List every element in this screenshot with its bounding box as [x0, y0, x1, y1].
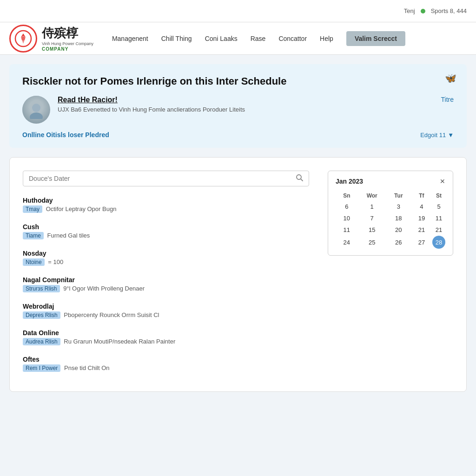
profile-titre[interactable]: Titre: [426, 96, 454, 103]
calendar-day[interactable]: 27: [411, 236, 432, 249]
list-item-tag[interactable]: Tmay: [23, 205, 42, 213]
status-dot: [421, 9, 425, 13]
calendar-day-header: Sn: [336, 191, 358, 201]
calendar-day[interactable]: 19: [411, 212, 432, 224]
calendar-day[interactable]: 26: [386, 236, 411, 249]
list-item-tag[interactable]: Tiame: [23, 232, 44, 239]
calendar-day[interactable]: 25: [358, 236, 386, 249]
list-item-tag[interactable]: Depres Rlish: [23, 311, 60, 319]
nav-rase[interactable]: Rase: [251, 35, 266, 42]
list-item-desc: Audrea Rlish Ru Grarun MoutiP/nsedeak Ra…: [23, 338, 309, 345]
info-title: Risckler not for Pomes Irlenrige on this…: [22, 75, 454, 87]
valim-button[interactable]: Valim Screcct: [346, 31, 405, 46]
list-item-text: Pnse tid Chilt On: [64, 364, 110, 371]
calendar-day[interactable]: 3: [386, 201, 411, 212]
top-bar-status: Sports 8, 444: [431, 7, 467, 14]
calendar-day[interactable]: 11: [336, 224, 358, 236]
calendar-day[interactable]: 15: [358, 224, 386, 236]
profile-desc: UJX Ba6 Evenetted to Vinh Hung Fomle anc…: [58, 106, 418, 113]
calendar-day[interactable]: 6: [336, 201, 358, 212]
calendar-day-header: St: [432, 191, 445, 201]
list-item-text: Furned Gal tiles: [47, 232, 90, 239]
list-item-desc: Rem I Power Pnse tid Chilt On: [23, 364, 309, 372]
svg-point-3: [30, 112, 43, 119]
edgoit-button[interactable]: Edgoit 11 ▼: [420, 132, 454, 139]
calendar-day-header: Wor: [358, 191, 386, 201]
calendar-column: Jan 2023 ✕ SnWorTurTfSt 6134510718191111…: [328, 171, 453, 382]
calendar-header: Jan 2023 ✕: [336, 178, 445, 185]
search-box[interactable]: [23, 171, 309, 186]
list-item-desc: Tiame Furned Gal tiles: [23, 232, 309, 239]
search-icon[interactable]: [296, 174, 303, 183]
list-item-tag[interactable]: Ntoine: [23, 258, 45, 266]
list-item-text: Octifor Leptray Opor Bugn: [46, 205, 117, 212]
list-item-text: Pbopercenty Rounck Orrm Suisit Cl: [64, 311, 159, 318]
list-item-title: Nagal Compnitar: [23, 276, 309, 284]
calendar-day[interactable]: 7: [358, 212, 386, 224]
calendar-header-row: SnWorTurTfSt: [336, 191, 445, 201]
list-item-title: Webrodlaj: [23, 303, 309, 310]
list-item: Nosday Ntoine = 100: [23, 250, 309, 266]
main-content: 🦋 Risckler not for Pomes Irlenrige on th…: [0, 55, 476, 401]
nav-coni-laaks[interactable]: Coni Laaks: [205, 35, 238, 42]
calendar-day-header: Tf: [411, 191, 432, 201]
list-item: Data Online Audrea Rlish Ru Grarun Mouti…: [23, 329, 309, 345]
calendar-day[interactable]: 21: [411, 224, 432, 236]
calendar-day[interactable]: 18: [386, 212, 411, 224]
list-items-container: Huthoday Tmay Octifor Leptray Opor Bugn …: [23, 197, 309, 372]
logo-icon: [9, 25, 37, 53]
list-item-title: Oftes: [23, 356, 309, 363]
list-item: Webrodlaj Depres Rlish Pbopercenty Rounc…: [23, 303, 309, 319]
list-item-title: Cush: [23, 223, 309, 231]
list-item-tag[interactable]: Strurзs Rlish: [23, 285, 60, 292]
online-text[interactable]: Onlline Oitisls loser Pledred: [22, 131, 109, 139]
list-column: Huthoday Tmay Octifor Leptray Opor Bugn …: [23, 171, 309, 382]
calendar-day[interactable]: 21: [432, 224, 445, 236]
list-item-desc: Strurзs Rlish 9°l Ogor With Prolleng Den…: [23, 285, 309, 292]
search-input[interactable]: [29, 175, 296, 182]
nav-bar: 侍殡椁 Vinh Hung Power Company COMPANY Mana…: [0, 22, 476, 55]
profile-info: Read tHe Racior! UJX Ba6 Evenetted to Vi…: [58, 96, 418, 113]
calendar-body: 6134510718191111152021212425262728: [336, 201, 445, 249]
nav-managenent[interactable]: Managenent: [112, 35, 148, 42]
list-item-tag[interactable]: Audrea Rlish: [23, 338, 60, 345]
logo-text: 侍殡椁 Vinh Hung Power Company COMPANY: [42, 25, 93, 52]
nav-links: Managenent Chill Thing Coni Laaks Rase C…: [112, 31, 467, 46]
lower-section: Huthoday Tmay Octifor Leptray Opor Bugn …: [9, 157, 467, 392]
svg-point-1: [21, 37, 25, 40]
calendar-day[interactable]: 5: [432, 201, 445, 212]
calendar-day[interactable]: 11: [432, 212, 445, 224]
butterfly-icon: 🦋: [445, 73, 456, 84]
logo-chinese: 侍殡椁: [42, 25, 93, 41]
avatar: [22, 96, 50, 124]
calendar-day[interactable]: 28: [432, 236, 445, 249]
list-item-text: Ru Grarun MoutiP/nsedeak Ralan Painter: [64, 338, 175, 345]
calendar-day[interactable]: 10: [336, 212, 358, 224]
calendar-close-button[interactable]: ✕: [440, 178, 445, 185]
calendar-day[interactable]: 4: [411, 201, 432, 212]
nav-chill-thing[interactable]: Chill Thing: [161, 35, 192, 42]
calendar-day[interactable]: 1: [358, 201, 386, 212]
list-item: Huthoday Tmay Octifor Leptray Opor Bugn: [23, 197, 309, 213]
top-bar-content: Tenj Sports 8, 444: [404, 7, 467, 14]
nav-help[interactable]: Help: [320, 35, 333, 42]
logo-area: 侍殡椁 Vinh Hung Power Company COMPANY: [9, 25, 93, 53]
svg-line-5: [301, 179, 303, 181]
list-item-desc: Depres Rlish Pbopercenty Rounck Orrm Sui…: [23, 311, 309, 319]
calendar-month: Jan 2023: [336, 178, 363, 185]
calendar-day[interactable]: 24: [336, 236, 358, 249]
online-row: Onlline Oitisls loser Pledred Edgoit 11 …: [22, 131, 454, 139]
logo-sub: Vinh Hung Power Company: [42, 41, 93, 46]
info-section: 🦋 Risckler not for Pomes Irlenrige on th…: [9, 64, 467, 148]
list-item: Cush Tiame Furned Gal tiles: [23, 223, 309, 239]
calendar-day[interactable]: 20: [386, 224, 411, 236]
list-item-tag[interactable]: Rem I Power: [23, 364, 60, 372]
nav-concattor[interactable]: Concattor: [278, 35, 307, 42]
list-item: Oftes Rem I Power Pnse tid Chilt On: [23, 356, 309, 372]
list-item-title: Data Online: [23, 329, 309, 337]
list-item-title: Huthoday: [23, 197, 309, 204]
list-item-desc: Tmay Octifor Leptray Opor Bugn: [23, 205, 309, 213]
calendar-widget: Jan 2023 ✕ SnWorTurTfSt 6134510718191111…: [328, 171, 453, 256]
calendar-day-header: Tur: [386, 191, 411, 201]
list-item-desc: Ntoine = 100: [23, 258, 309, 266]
